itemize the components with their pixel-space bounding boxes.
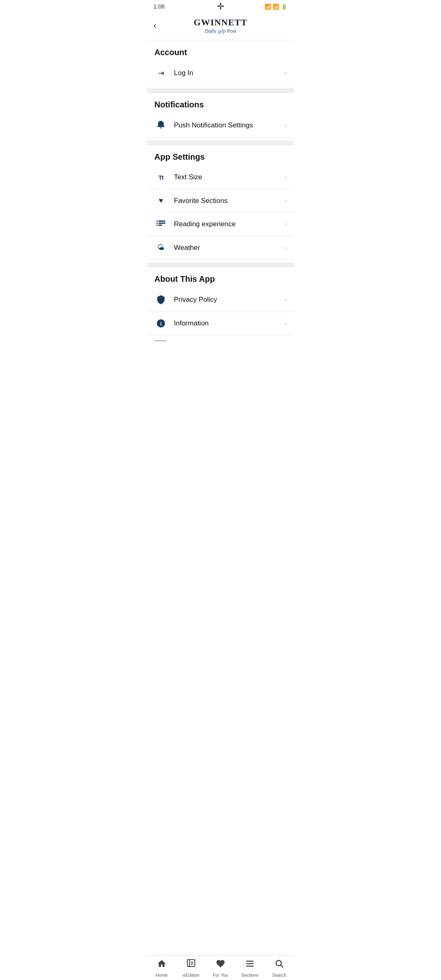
svg-rect-4 xyxy=(158,223,158,224)
divider-1 xyxy=(147,89,294,93)
bottom-indicator xyxy=(154,340,167,341)
privacy-policy-chevron: › xyxy=(285,296,287,303)
status-bar: 1:08 ✛ 📶 📶 🔋 xyxy=(147,0,294,11)
menu-item-push-notifications[interactable]: Push Notification Settings › xyxy=(147,114,294,138)
signal-icon: 📶 xyxy=(273,4,279,10)
text-size-icon: Tt xyxy=(154,174,167,181)
section-about: About This App Privacy Policy › i Inform… xyxy=(147,267,294,346)
section-app-settings-title: App Settings xyxy=(147,145,294,166)
text-size-chevron: › xyxy=(285,174,287,181)
menu-item-login[interactable]: ⇥ Log In › xyxy=(147,61,294,85)
favorite-sections-icon: ♥ xyxy=(154,196,167,205)
favorite-sections-label: Favorite Sections xyxy=(174,197,285,205)
svg-rect-3 xyxy=(158,220,158,222)
status-icons: 📶 📶 🔋 xyxy=(265,4,287,10)
reading-experience-label: Reading experience xyxy=(174,220,285,228)
push-notifications-label: Push Notification Settings xyxy=(174,121,285,129)
battery-icon: 🔋 xyxy=(281,4,287,10)
settings-content: Account ⇥ Log In › Notifications Push No… xyxy=(147,40,294,395)
divider-3 xyxy=(147,263,294,267)
section-about-title: About This App xyxy=(147,267,294,288)
status-center-icon: ✛ xyxy=(217,1,224,12)
weather-chevron: › xyxy=(285,244,287,252)
logo-title: GWINNETT xyxy=(194,17,247,28)
svg-rect-5 xyxy=(158,225,158,226)
menu-item-privacy-policy[interactable]: Privacy Policy › xyxy=(147,288,294,312)
push-notifications-chevron: › xyxy=(285,122,287,129)
divider-2 xyxy=(147,141,294,145)
login-icon: ⇥ xyxy=(154,69,167,78)
section-account-title: Account xyxy=(147,40,294,61)
privacy-policy-label: Privacy Policy xyxy=(174,296,285,304)
information-chevron: › xyxy=(285,320,287,327)
svg-rect-2 xyxy=(156,225,162,226)
menu-item-information[interactable]: i Information › xyxy=(147,312,294,335)
section-account: Account ⇥ Log In › xyxy=(147,40,294,85)
weather-icon: 🌤 xyxy=(154,243,167,252)
app-header: ‹ GWINNETT Daily gdp Post xyxy=(147,11,294,40)
section-notifications: Notifications Push Notification Settings… xyxy=(147,93,294,138)
section-notifications-title: Notifications xyxy=(147,93,294,114)
svg-text:i: i xyxy=(160,321,162,327)
menu-item-favorite-sections[interactable]: ♥ Favorite Sections › xyxy=(147,189,294,213)
menu-item-text-size[interactable]: Tt Text Size › xyxy=(147,166,294,189)
weather-label: Weather xyxy=(174,244,285,252)
privacy-policy-icon xyxy=(154,295,167,304)
reading-experience-chevron: › xyxy=(285,220,287,228)
text-size-label: Text Size xyxy=(174,173,285,181)
login-label: Log In xyxy=(174,69,285,77)
logo-subtitle: Daily gdp Post xyxy=(194,28,247,34)
page-bottom-pad xyxy=(147,346,294,395)
bell-icon xyxy=(154,121,167,130)
information-icon: i xyxy=(154,319,167,327)
information-label: Information xyxy=(174,319,285,327)
logo-gdp: gdp xyxy=(218,28,226,34)
menu-item-weather[interactable]: 🌤 Weather › xyxy=(147,236,294,260)
reading-experience-icon xyxy=(154,220,167,228)
section-app-settings: App Settings Tt Text Size › ♥ Favorite S… xyxy=(147,145,294,260)
login-chevron: › xyxy=(285,69,287,77)
menu-item-reading-experience[interactable]: Reading experience › xyxy=(147,213,294,236)
wifi-icon: 📶 xyxy=(265,4,271,10)
favorite-sections-chevron: › xyxy=(285,197,287,205)
app-logo: GWINNETT Daily gdp Post xyxy=(194,17,247,34)
status-time: 1:08 xyxy=(154,3,165,10)
back-button[interactable]: ‹ xyxy=(154,20,156,31)
